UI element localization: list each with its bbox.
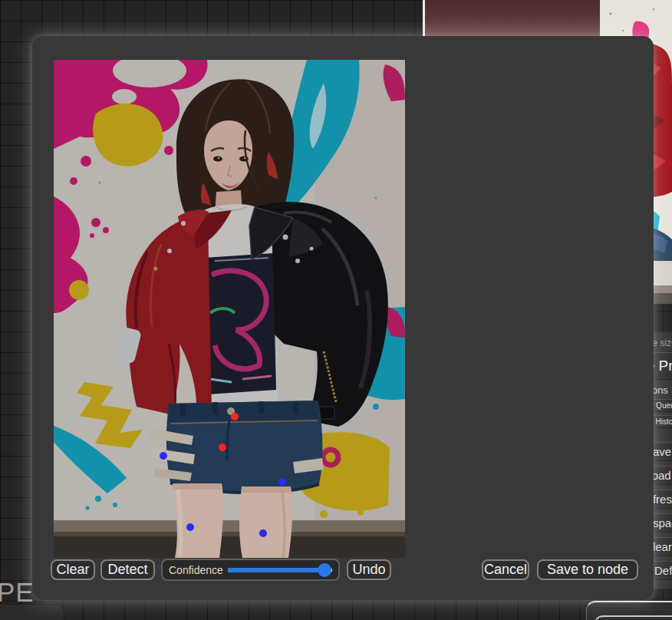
node-body[interactable] (0, 604, 64, 620)
app-window: PE Queue size: 0 Queue Prompt Extra opti… (0, 0, 672, 620)
detect-button[interactable]: Detect (100, 559, 155, 580)
positive-point[interactable] (278, 478, 286, 486)
sam-image-area[interactable] (54, 60, 405, 558)
positive-point[interactable] (259, 529, 267, 537)
positive-point[interactable] (186, 523, 194, 531)
slider-thumb[interactable] (318, 563, 331, 577)
save-to-node-button[interactable]: Save to node (537, 559, 638, 580)
canvas-node[interactable] (594, 615, 672, 620)
undo-button[interactable]: Undo (347, 559, 391, 580)
confidence-label: Confidence (169, 564, 223, 576)
sam-editor-dialog: Clear Detect Confidence Undo Cancel Save… (32, 36, 654, 600)
positive-point[interactable] (160, 452, 167, 460)
negative-point[interactable] (219, 444, 226, 451)
confidence-control: Confidence (161, 559, 340, 581)
node-title: PE (0, 577, 35, 608)
confidence-slider[interactable] (228, 565, 332, 575)
sam-image (54, 60, 405, 558)
canvas-image-maroon (425, 0, 600, 38)
tee-print (204, 253, 276, 394)
clear-button[interactable]: Clear (51, 559, 95, 580)
cancel-button[interactable]: Cancel (482, 559, 529, 580)
slider-fill (228, 568, 325, 572)
negative-point[interactable] (231, 413, 239, 420)
